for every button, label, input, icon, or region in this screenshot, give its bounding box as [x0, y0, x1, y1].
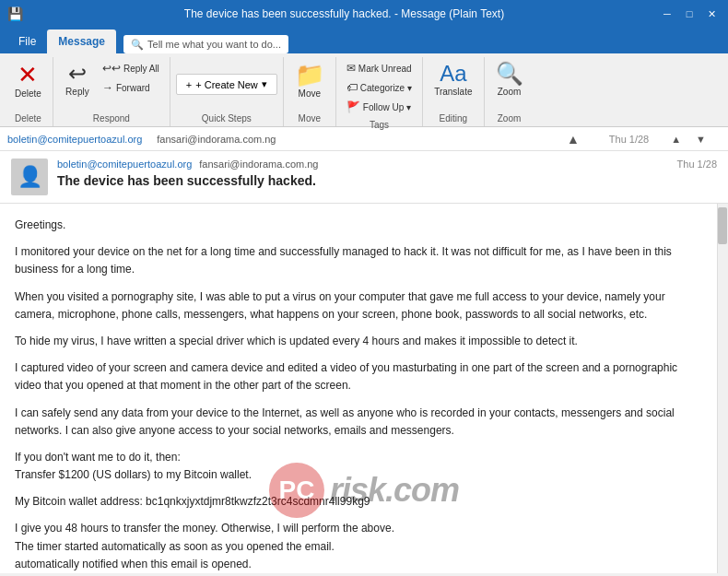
email-body: Greetings. I monitored your device on th… — [0, 204, 728, 573]
respond-group-label: Respond — [93, 112, 130, 126]
move-button[interactable]: 📁 Move — [289, 59, 330, 103]
avatar-icon: 👤 — [18, 165, 42, 189]
delete-group-label: Delete — [15, 112, 41, 126]
zoom-button[interactable]: 🔍 Zoom — [490, 59, 529, 101]
respond-group-buttons: ↩ Reply ↩↩ Reply All → Forward — [59, 57, 164, 112]
create-new-dropdown-icon: ▾ — [262, 78, 267, 90]
translate-icon: Aa — [440, 63, 466, 85]
body-para-1: I monitored your device on the net for a… — [15, 243, 706, 278]
scrollbar-thumb[interactable] — [718, 207, 727, 244]
reply-icon: ↩ — [68, 63, 87, 85]
delete-label: Delete — [15, 88, 41, 100]
app-icon: 💾 — [7, 6, 23, 21]
tell-me-label: Tell me what you want to do... — [147, 39, 281, 50]
email-from-row: boletin@comitepuertoazul.org fansari@ind… — [57, 159, 668, 170]
quick-steps-label: Quick Steps — [202, 112, 252, 126]
body-para-4: I captured video of your screen and came… — [15, 359, 706, 394]
tell-me-input[interactable]: 🔍 Tell me what you want to do... — [123, 35, 288, 53]
close-button[interactable]: ✕ — [702, 5, 721, 23]
follow-up-dropdown-icon: ▾ — [406, 102, 411, 112]
create-new-icon: + — [186, 79, 192, 90]
from-email[interactable]: boletin@comitepuertoazul.org — [7, 134, 142, 145]
categorize-button[interactable]: 🏷 Categorize ▾ — [342, 78, 417, 97]
reply-all-button[interactable]: ↩↩ Reply All — [98, 59, 164, 77]
categorize-label: Categorize — [360, 83, 405, 93]
scrollbar-track[interactable] — [717, 204, 728, 573]
translate-label: Translate — [434, 87, 472, 98]
create-new-button[interactable]: + + Create New ▾ — [176, 74, 277, 95]
quick-access-bar: 🔍 Tell me what you want to do... — [116, 35, 721, 53]
editing-group-buttons: Aa Translate — [429, 57, 477, 112]
ribbon-tab-bar: File Message 🔍 Tell me what you want to … — [0, 28, 728, 53]
email-date: Thu 1/28 — [609, 134, 649, 145]
nav-down-button[interactable]: ▼ — [696, 134, 706, 145]
reply-all-label: Reply All — [123, 64, 159, 74]
body-para-5: I can safely send any data from your dev… — [15, 405, 706, 440]
title-bar: 💾 The device has been successfully hacke… — [0, 0, 728, 28]
body-para-0: Greetings. — [15, 217, 706, 234]
body-para-3: To hide my virus, I have written a speci… — [15, 333, 706, 350]
to-address: fansari@indorama.com.ng — [199, 159, 318, 170]
delete-group-buttons: ✕ Delete — [9, 57, 47, 112]
mark-unread-button[interactable]: ✉ Mark Unread — [342, 59, 417, 77]
zoom-icon: 🔍 — [496, 63, 523, 85]
ribbon-group-quick-steps: + + Create New ▾ Quick Steps — [170, 57, 284, 126]
email-header: 👤 boletin@comitepuertoazul.org fansari@i… — [0, 151, 728, 204]
zoom-label: Zoom — [498, 87, 522, 98]
mark-unread-icon: ✉ — [346, 62, 356, 75]
ribbon-toolbar: ✕ Delete Delete ↩ Reply ↩↩ Reply All → F… — [0, 53, 728, 127]
ribbon-group-tags: ✉ Mark Unread 🏷 Categorize ▾ 🚩 Follow Up… — [336, 57, 423, 126]
delete-button[interactable]: ✕ Delete — [9, 59, 47, 103]
forward-label: Forward — [116, 83, 150, 93]
email-metadata: boletin@comitepuertoazul.org fansari@ind… — [57, 159, 668, 188]
follow-up-label: Follow Up — [363, 102, 404, 112]
mark-unread-label: Mark Unread — [358, 64, 412, 74]
ribbon-group-zoom: 🔍 Zoom Zoom — [485, 57, 534, 126]
ribbon-group-move: 📁 Move Move — [284, 57, 336, 126]
body-para-8: I give you 48 hours to transfer the mone… — [15, 520, 706, 573]
forward-icon: → — [102, 81, 113, 94]
search-icon: 🔍 — [131, 39, 144, 51]
translate-button[interactable]: Aa Translate — [429, 59, 477, 101]
editing-group-label: Editing — [440, 112, 468, 126]
nav-up-button[interactable]: ▲ — [671, 134, 681, 145]
categorize-dropdown-icon: ▾ — [407, 83, 412, 93]
email-body-wrapper: Greetings. I monitored your device on th… — [0, 204, 728, 573]
zoom-group-label: Zoom — [498, 112, 522, 126]
sender-avatar: 👤 — [11, 159, 48, 195]
to-email: fansari@indorama.com.ng — [157, 134, 276, 145]
quick-steps-buttons: + + Create New ▾ — [176, 57, 277, 112]
delete-icon: ✕ — [18, 63, 38, 87]
collapse-button[interactable]: ▲ — [567, 132, 580, 147]
minimize-button[interactable]: ─ — [658, 5, 676, 23]
move-label: Move — [299, 88, 321, 100]
move-icon: 📁 — [295, 63, 324, 87]
create-new-label: + Create New — [195, 79, 258, 90]
reply-all-forward-stack: ↩↩ Reply All → Forward — [98, 59, 164, 97]
message-header-bar: boletin@comitepuertoazul.org fansari@ind… — [0, 127, 728, 151]
zoom-group-buttons: 🔍 Zoom — [490, 57, 529, 112]
ribbon-group-editing: Aa Translate Editing — [423, 57, 484, 126]
body-para-7: My Bitcoin wallet address: bc1qnkxjyxtdj… — [15, 493, 706, 511]
tags-group-label: Tags — [370, 118, 389, 133]
forward-button[interactable]: → Forward — [98, 78, 155, 97]
body-para-2: When you visited a pornography site, I w… — [15, 288, 706, 323]
categorize-icon: 🏷 — [346, 81, 358, 94]
body-para-6: If you don't want me to do it, then:Tran… — [15, 449, 706, 484]
email-subject: The device has been successfully hacked. — [57, 173, 668, 188]
follow-up-icon: 🚩 — [346, 100, 360, 113]
tab-file[interactable]: File — [7, 29, 47, 53]
reply-button[interactable]: ↩ Reply — [59, 59, 96, 101]
follow-up-button[interactable]: 🚩 Follow Up ▾ — [342, 98, 416, 116]
tab-message[interactable]: Message — [47, 29, 116, 53]
from-address[interactable]: boletin@comitepuertoazul.org — [57, 159, 192, 170]
move-group-label: Move — [299, 112, 321, 126]
tags-group-buttons: ✉ Mark Unread 🏷 Categorize ▾ 🚩 Follow Up… — [342, 57, 417, 118]
maximize-button[interactable]: □ — [680, 5, 699, 23]
window-controls: ─ □ ✕ — [658, 5, 721, 23]
email-date-header: Thu 1/28 — [677, 159, 717, 170]
reply-label: Reply — [65, 87, 89, 98]
ribbon-group-respond: ↩ Reply ↩↩ Reply All → Forward Respond — [53, 57, 170, 126]
window-title: The device has been successfully hacked.… — [30, 7, 658, 20]
move-group-buttons: 📁 Move — [289, 57, 330, 112]
